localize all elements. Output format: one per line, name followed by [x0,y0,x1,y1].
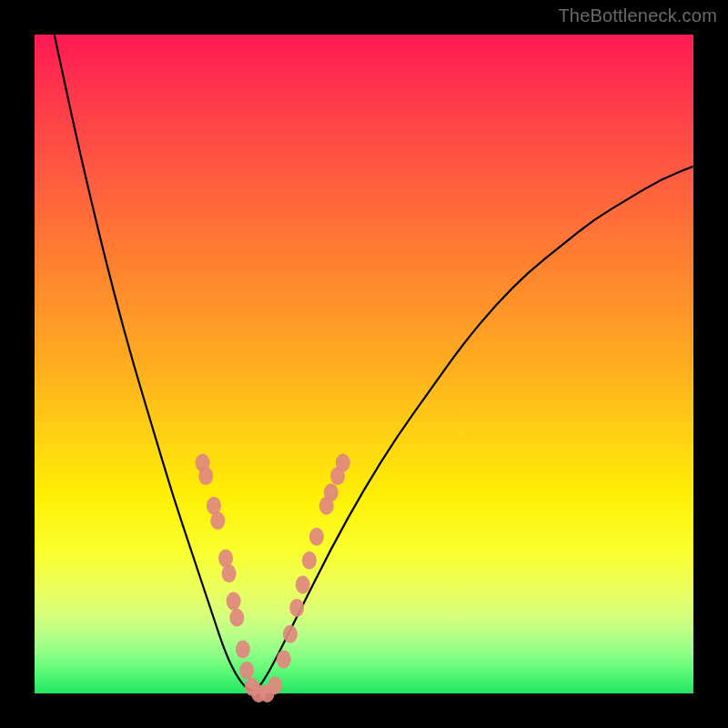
plot-area [35,35,693,693]
marker-dot [236,641,250,659]
chart-frame: TheBottleneck.com [0,0,728,728]
marker-dot [198,467,213,485]
marker-dot [324,483,339,501]
marker-dot [222,564,237,582]
bottleneck-curve [55,35,693,690]
marker-dot [296,576,310,594]
marker-dot [277,650,291,668]
marker-dot [227,592,241,611]
marker-dot [229,609,244,627]
marker-dot [302,551,317,570]
marker-dot [336,454,350,472]
marker-dot [289,599,304,617]
marker-dot [309,528,324,546]
marker-dot [239,662,254,680]
chart-svg [35,35,693,693]
marker-dot [283,625,298,643]
marker-dot [268,676,282,694]
watermark-text: TheBottleneck.com [558,5,717,26]
marker-dot [210,511,225,530]
